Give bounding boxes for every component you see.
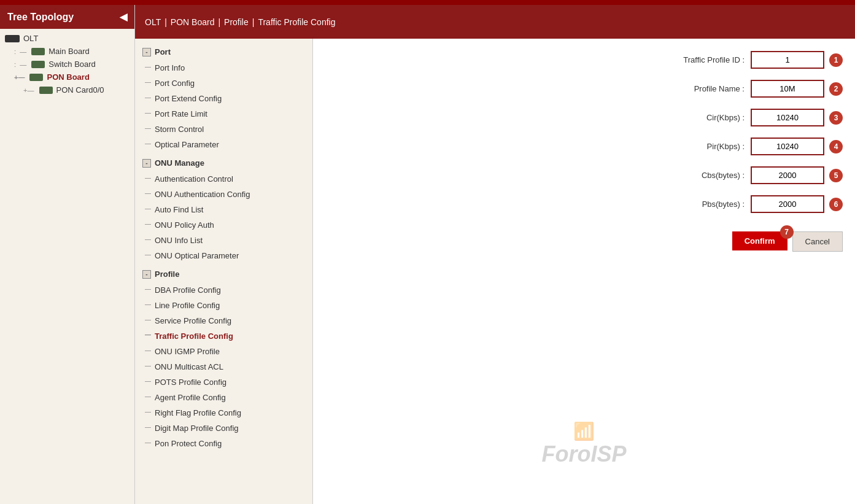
label-profile-name: Profile Name : <box>646 84 745 93</box>
breadcrumb-bar: OLT | PON Board | Profile | Traffic Prof… <box>135 5 855 39</box>
sidebar-header: Tree Topology ◀ <box>0 5 134 29</box>
input-wrapper-4: 4 <box>751 138 843 155</box>
nav-item-port-config[interactable]: Port Config <box>135 76 312 91</box>
form-row-cbs: Cbs(bytes) : 5 <box>325 166 843 184</box>
nav-item-storm-control[interactable]: Storm Control <box>135 122 312 137</box>
watermark: 📶 ForoISP <box>541 421 626 467</box>
top-bar <box>0 0 855 5</box>
nav-item-onu-auth-config[interactable]: ONU Authentication Config <box>135 187 312 202</box>
input-pir[interactable] <box>751 138 824 155</box>
olt-label: OLT <box>23 34 38 43</box>
pon-card-label: PON Card0/0 <box>56 85 104 95</box>
badge-4: 4 <box>829 140 843 153</box>
input-cir[interactable] <box>751 109 824 126</box>
input-wrapper-5: 5 <box>751 166 843 184</box>
confirm-wrapper: Confirm 7 <box>732 231 787 252</box>
button-row: Confirm 7 Cancel <box>325 231 843 252</box>
cancel-button[interactable]: Cancel <box>792 231 843 252</box>
nav-item-service-profile[interactable]: Service Profile Config <box>135 313 312 328</box>
watermark-wifi-icon: 📶 <box>541 421 626 441</box>
nav-section-profile-label: Profile <box>155 269 179 279</box>
nav-item-line-profile[interactable]: Line Profile Config <box>135 298 312 313</box>
nav-section-port-label: Port <box>155 47 171 56</box>
sidebar: Tree Topology ◀ OLT : — Main Board : — S… <box>0 5 135 504</box>
breadcrumb-sep-1: | <box>164 17 167 27</box>
breadcrumb-olt: OLT <box>145 17 161 27</box>
branch-connector: +— <box>12 74 25 81</box>
switch-board-icon <box>31 61 45 68</box>
nav-item-onu-policy-auth[interactable]: ONU Policy Auth <box>135 217 312 233</box>
label-pbs: Pbs(bytes) : <box>646 200 745 209</box>
expand-profile[interactable]: - <box>142 270 151 279</box>
label-pir: Pir(Kbps) : <box>646 142 745 151</box>
main-board-label: Main Board <box>48 47 89 56</box>
nav-item-auth-control[interactable]: Authentication Control <box>135 171 312 187</box>
content-body: - Port Port Info Port Config Port Extend… <box>135 39 855 504</box>
sidebar-tree: OLT : — Main Board : — Switch Board +— P… <box>0 29 134 504</box>
form-row-pir: Pir(Kbps) : 4 <box>325 138 843 155</box>
nav-item-digit-map-profile[interactable]: Digit Map Profile Config <box>135 421 312 436</box>
nav-section-profile[interactable]: - Profile <box>135 266 312 282</box>
nav-section-onu-manage[interactable]: - ONU Manage <box>135 155 312 171</box>
nav-item-port-rate-limit[interactable]: Port Rate Limit <box>135 106 312 122</box>
nav-item-right-flag-profile[interactable]: Right Flag Profile Config <box>135 405 312 421</box>
pon-card-icon <box>39 87 53 94</box>
nav-section-onu-label: ONU Manage <box>155 158 204 168</box>
form-row-traffic-profile-id: Traffic Profile ID : 1 <box>325 51 843 69</box>
confirm-button[interactable]: Confirm <box>732 231 787 250</box>
breadcrumb-traffic-profile: Traffic Profile Config <box>258 17 335 27</box>
nav-item-onu-info-list[interactable]: ONU Info List <box>135 233 312 248</box>
label-traffic-profile-id: Traffic Profile ID : <box>646 55 745 64</box>
nav-section-port[interactable]: - Port <box>135 44 312 60</box>
input-wrapper-6: 6 <box>751 195 843 213</box>
tree-item-pon-board[interactable]: +— PON Board <box>0 71 134 83</box>
form-row-cir: Cir(Kbps) : 3 <box>325 109 843 126</box>
tree-item-olt[interactable]: OLT <box>0 32 134 45</box>
expand-port[interactable]: - <box>142 48 151 56</box>
branch-connector: +— <box>20 87 34 94</box>
tree-item-pon-card[interactable]: +— PON Card0/0 <box>0 83 134 96</box>
breadcrumb-sep-2: | <box>218 17 220 27</box>
badge-1: 1 <box>829 53 843 67</box>
nav-item-agent-profile[interactable]: Agent Profile Config <box>135 390 312 405</box>
input-pbs[interactable] <box>751 195 824 213</box>
nav-item-auto-find-list[interactable]: Auto Find List <box>135 202 312 217</box>
input-wrapper-2: 2 <box>751 80 843 98</box>
tree-item-switch-board[interactable]: : — Switch Board <box>0 58 134 71</box>
expand-onu-manage[interactable]: - <box>142 159 151 168</box>
switch-board-label: Switch Board <box>48 60 96 69</box>
badge-7: 7 <box>780 225 794 239</box>
branch-connector: : — <box>12 48 26 55</box>
nav-item-onu-igmp-profile[interactable]: ONU IGMP Profile <box>135 344 312 359</box>
nav-item-optical-parameter[interactable]: Optical Parameter <box>135 137 312 152</box>
label-cir: Cir(Kbps) : <box>646 113 745 122</box>
input-traffic-profile-id[interactable] <box>751 51 824 69</box>
nav-item-port-extend-config[interactable]: Port Extend Config <box>135 91 312 106</box>
nav-item-pots-profile[interactable]: POTS Profile Config <box>135 374 312 390</box>
nav-item-traffic-profile[interactable]: Traffic Profile Config <box>135 328 312 344</box>
input-cbs[interactable] <box>751 166 824 184</box>
breadcrumb-sep-3: | <box>252 17 255 27</box>
nav-item-port-info[interactable]: Port Info <box>135 60 312 76</box>
breadcrumb-pon-board: PON Board <box>171 17 215 27</box>
nav-item-dba-profile[interactable]: DBA Profile Config <box>135 282 312 298</box>
left-nav: - Port Port Info Port Config Port Extend… <box>135 39 313 504</box>
nav-item-pon-protect-config[interactable]: Pon Protect Config <box>135 436 312 451</box>
form-row-pbs: Pbs(bytes) : 6 <box>325 195 843 213</box>
badge-6: 6 <box>829 198 843 211</box>
input-profile-name[interactable] <box>751 80 824 98</box>
sidebar-collapse-arrow[interactable]: ◀ <box>120 11 127 23</box>
label-cbs: Cbs(bytes) : <box>646 171 745 180</box>
content-area: OLT | PON Board | Profile | Traffic Prof… <box>135 5 855 504</box>
breadcrumb-profile: Profile <box>224 17 249 27</box>
watermark-logo-text: ForoISP <box>541 441 626 467</box>
tree-item-main-board[interactable]: : — Main Board <box>0 45 134 58</box>
form-fields: Traffic Profile ID : 1 Profile Name : 2 <box>325 51 843 252</box>
nav-item-onu-multicast-acl[interactable]: ONU Multicast ACL <box>135 359 312 374</box>
input-wrapper-3: 3 <box>751 109 843 126</box>
badge-5: 5 <box>829 169 843 182</box>
input-wrapper-1: 1 <box>751 51 843 69</box>
pon-board-label: PON Board <box>47 72 89 82</box>
badge-3: 3 <box>829 111 843 125</box>
nav-item-onu-optical-param[interactable]: ONU Optical Parameter <box>135 248 312 263</box>
